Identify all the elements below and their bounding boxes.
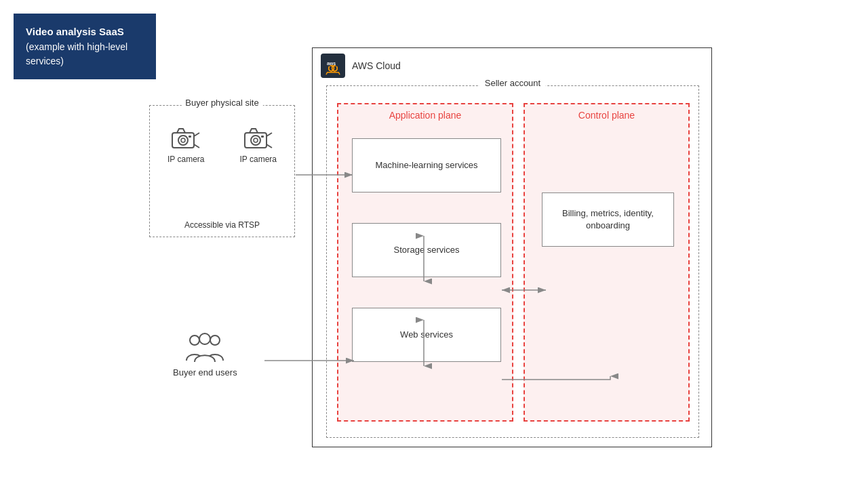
svg-rect-9	[261, 136, 264, 138]
seller-account-label: Seller account	[479, 78, 546, 88]
rtsp-label: Accessible via RTSP	[184, 220, 260, 230]
buyer-users-label: Buyer end users	[173, 367, 237, 378]
svg-point-14	[199, 333, 210, 344]
svg-point-12	[190, 336, 199, 345]
camera-1-label: IP camera	[167, 155, 204, 164]
title-bold: Video analysis SaaS	[26, 26, 124, 37]
title-rest: (example with high-level services)	[26, 41, 127, 66]
aws-logo-svg: aws	[323, 56, 342, 75]
ml-services-box: Machine-learning services	[352, 138, 501, 192]
buyer-physical-site: Buyer physical site IP camera	[149, 105, 295, 237]
title-box: Video analysis SaaS (example with high-l…	[14, 14, 156, 79]
aws-cloud-label: AWS Cloud	[352, 60, 401, 71]
storage-services-label: Storage services	[394, 244, 460, 256]
svg-point-13	[210, 336, 220, 345]
storage-services-box: Storage services	[352, 223, 501, 277]
svg-point-2	[181, 138, 185, 142]
svg-point-7	[251, 136, 260, 145]
svg-point-8	[254, 138, 258, 142]
camera-1-item: IP camera	[167, 126, 204, 164]
app-plane-label: Application plane	[389, 110, 462, 121]
aws-cloud-box: aws AWS Cloud Seller account Application…	[312, 47, 712, 447]
seller-account-box: Seller account Application plane Machine…	[326, 85, 699, 438]
control-plane-box: Control plane Billing, metrics, identity…	[524, 103, 690, 422]
ml-services-label: Machine-learning services	[375, 159, 477, 171]
camera-row: IP camera IP camera	[150, 126, 294, 164]
camera-2-item: IP camera	[240, 126, 277, 164]
application-plane-box: Application plane Machine-learning servi…	[337, 103, 513, 422]
svg-rect-3	[189, 136, 191, 138]
svg-line-10	[267, 133, 272, 136]
svg-text:aws: aws	[327, 61, 336, 66]
svg-line-5	[194, 144, 199, 148]
web-services-label: Web services	[400, 329, 453, 341]
billing-label: Billing, metrics, identity, onboarding	[542, 207, 673, 232]
svg-line-11	[267, 144, 272, 148]
camera-1-icon	[171, 126, 201, 152]
svg-point-1	[178, 136, 188, 145]
buyer-end-users: Buyer end users	[173, 332, 237, 378]
camera-2-label: IP camera	[240, 155, 277, 164]
users-icon	[185, 332, 224, 363]
web-services-box: Web services	[352, 308, 501, 362]
billing-box: Billing, metrics, identity, onboarding	[542, 192, 674, 247]
buyer-site-label: Buyer physical site	[181, 98, 262, 108]
svg-line-4	[194, 133, 199, 136]
camera-2-icon	[243, 126, 273, 152]
aws-logo: aws	[321, 54, 345, 78]
control-plane-label: Control plane	[578, 110, 635, 121]
